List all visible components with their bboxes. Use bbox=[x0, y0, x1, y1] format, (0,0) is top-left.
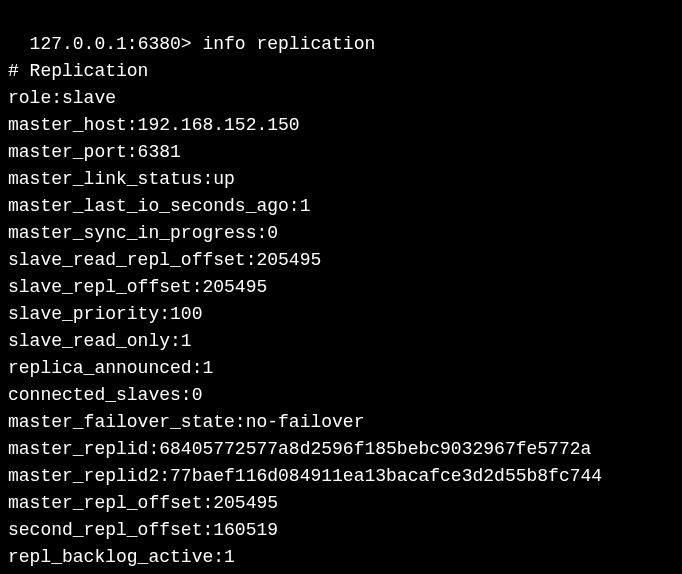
output-line: master_failover_state:no-failover bbox=[8, 409, 674, 436]
output-line: master_last_io_seconds_ago:1 bbox=[8, 193, 674, 220]
output-line: master_host:192.168.152.150 bbox=[8, 112, 674, 139]
output-line: role:slave bbox=[8, 85, 674, 112]
output-line: master_link_status:up bbox=[8, 166, 674, 193]
output-line: second_repl_offset:160519 bbox=[8, 517, 674, 544]
output-line: replica_announced:1 bbox=[8, 355, 674, 382]
output-line: slave_read_only:1 bbox=[8, 328, 674, 355]
output-line: master_sync_in_progress:0 bbox=[8, 220, 674, 247]
command-line[interactable]: 127.0.0.1:6380> info replication bbox=[8, 4, 674, 58]
prompt: 127.0.0.1:6380> bbox=[30, 34, 203, 54]
output-line: repl_backlog_active:1 bbox=[8, 544, 674, 571]
command-input: info replication bbox=[202, 34, 375, 54]
output-line: slave_repl_offset:205495 bbox=[8, 274, 674, 301]
output-line: master_port:6381 bbox=[8, 139, 674, 166]
output-line: master_replid:68405772577a8d2596f185bebc… bbox=[8, 436, 674, 463]
output-line: slave_priority:100 bbox=[8, 301, 674, 328]
output-header: # Replication bbox=[8, 58, 674, 85]
output-line: master_repl_offset:205495 bbox=[8, 490, 674, 517]
output-line: connected_slaves:0 bbox=[8, 382, 674, 409]
output-line: slave_read_repl_offset:205495 bbox=[8, 247, 674, 274]
output-line: master_replid2:77baef116d084911ea13bacaf… bbox=[8, 463, 674, 490]
